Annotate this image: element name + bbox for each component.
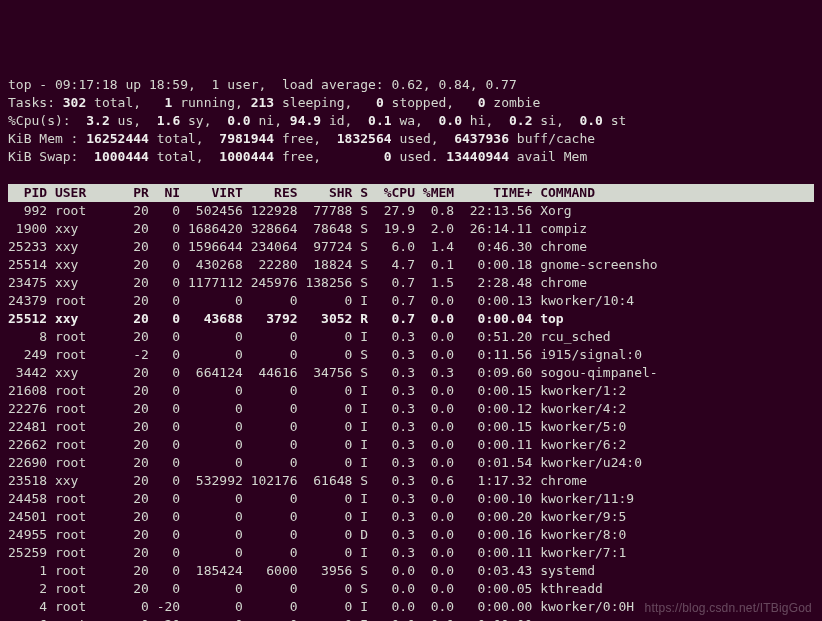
process-row: 8 root 20 0 0 0 0 I 0.3 0.0 0:51.20 rcu_… [8,328,814,346]
process-row: 23475 xxy 20 0 1177112 245976 138256 S 0… [8,274,814,292]
process-row: 22690 root 20 0 0 0 0 I 0.3 0.0 0:01.54 … [8,454,814,472]
summary-line-cpu: %Cpu(s): 3.2 us, 1.6 sy, 0.0 ni, 94.9 id… [8,112,814,130]
process-row: 22662 root 20 0 0 0 0 I 0.3 0.0 0:00.11 … [8,436,814,454]
process-row: 23518 xxy 20 0 532992 102176 61648 S 0.3… [8,472,814,490]
process-row: 992 root 20 0 502456 122928 77788 S 27.9… [8,202,814,220]
process-row: 25512 xxy 20 0 43688 3792 3052 R 0.7 0.0… [8,310,814,328]
process-row: 3442 xxy 20 0 664124 44616 34756 S 0.3 0… [8,364,814,382]
process-row: 1900 xxy 20 0 1686420 328664 78648 S 19.… [8,220,814,238]
process-row: 25514 xxy 20 0 430268 22280 18824 S 4.7 … [8,256,814,274]
process-row: 22276 root 20 0 0 0 0 I 0.3 0.0 0:00.12 … [8,400,814,418]
process-table-header: PID USER PR NI VIRT RES SHR S %CPU %MEM … [8,184,814,202]
process-row: 25233 xxy 20 0 1596644 234064 97724 S 6.… [8,238,814,256]
process-row: 24501 root 20 0 0 0 0 I 0.3 0.0 0:00.20 … [8,508,814,526]
process-row: 24458 root 20 0 0 0 0 I 0.3 0.0 0:00.10 … [8,490,814,508]
process-row: 1 root 20 0 185424 6000 3956 S 0.0 0.0 0… [8,562,814,580]
process-row: 2 root 20 0 0 0 0 S 0.0 0.0 0:00.05 kthr… [8,580,814,598]
process-row: 22481 root 20 0 0 0 0 I 0.3 0.0 0:00.15 … [8,418,814,436]
summary-line-1: top - 09:17:18 up 18:59, 1 user, load av… [8,76,814,94]
summary-line-swap: KiB Swap: 1000444 total, 1000444 free, 0… [8,148,814,166]
process-row: 249 root -2 0 0 0 0 S 0.3 0.0 0:11.56 i9… [8,346,814,364]
summary-line-tasks: Tasks: 302 total, 1 running, 213 sleepin… [8,94,814,112]
process-row: 24379 root 20 0 0 0 0 I 0.7 0.0 0:00.13 … [8,292,814,310]
summary-line-mem: KiB Mem : 16252444 total, 7981944 free, … [8,130,814,148]
watermark-text: https://blog.csdn.net/ITBigGod [645,599,812,617]
process-row: 21608 root 20 0 0 0 0 I 0.3 0.0 0:00.15 … [8,382,814,400]
process-row: 24955 root 20 0 0 0 0 D 0.3 0.0 0:00.16 … [8,526,814,544]
process-row: 25259 root 20 0 0 0 0 I 0.3 0.0 0:00.11 … [8,544,814,562]
terminal-output[interactable]: top - 09:17:18 up 18:59, 1 user, load av… [8,76,814,621]
